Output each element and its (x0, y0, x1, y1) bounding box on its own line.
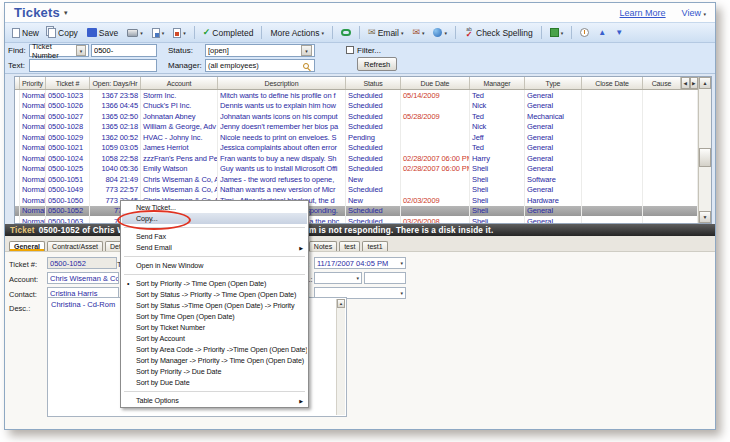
column-header[interactable]: Ticket # (46, 77, 90, 89)
scroll-down-icon[interactable]: ▼ (699, 211, 711, 223)
column-header[interactable]: Due Date (401, 77, 470, 89)
chevron-down-icon[interactable]: ▾ (301, 45, 312, 56)
context-menu-item[interactable]: Sort by Due Date (122, 377, 307, 388)
cell-type: Hardware (525, 195, 582, 206)
cell-manager: Jeff (470, 132, 525, 143)
find-input[interactable] (91, 44, 157, 57)
scrollbar-thumb[interactable] (699, 148, 711, 167)
save-button[interactable]: Save (84, 27, 121, 39)
context-menu-item[interactable]: Sort by Priority -> Due Date (122, 366, 307, 377)
context-menu-item[interactable] (122, 271, 307, 278)
table-row[interactable]: Normal 0500-1052 773 Chris Wiseman & Co,… (15, 206, 698, 217)
column-header[interactable]: Priority (20, 77, 46, 89)
ticket-number-field[interactable]: 0500-1052 (47, 257, 117, 269)
chevron-down-icon[interactable]: ▾ (400, 260, 403, 266)
move-up-button[interactable]: ▲ (595, 28, 609, 38)
table-row[interactable]: Normal 0500-1024 1058 22:58 zzzFran's Pe… (15, 153, 698, 164)
d-extra-field[interactable] (364, 272, 406, 284)
table-row[interactable]: Normal 0500-1027 1365 02:50 Johnatan Abn… (15, 111, 698, 122)
link-button[interactable] (338, 28, 354, 37)
context-menu-item[interactable] (122, 388, 307, 395)
vertical-scrollbar[interactable]: ▲ ▼ (698, 77, 711, 223)
context-menu-item[interactable]: Send Email ▶ (122, 242, 307, 253)
column-header[interactable]: Cause (643, 77, 681, 89)
context-menu-item[interactable]: Open in New Window (122, 260, 307, 271)
table-row[interactable]: Normal 0500-1026 1366 04:45 Chuck's PI I… (15, 101, 698, 112)
table-row[interactable]: Normal 0500-1023 1367 23:58 Storm Inc. M… (15, 90, 698, 101)
context-menu-item[interactable]: Sort by Status -> Priority -> Time Open … (122, 289, 307, 300)
learn-more-link[interactable]: Learn More (620, 8, 666, 18)
column-header[interactable]: Account (141, 77, 218, 89)
context-menu-item[interactable]: Sort by Ticket Number (122, 322, 307, 333)
chevron-down-icon: ▾ (140, 30, 143, 36)
view-button[interactable]: View ▾ (682, 8, 706, 18)
refresh-button[interactable]: Refresh (357, 57, 397, 71)
scroll-up-icon[interactable]: ▲ (337, 299, 345, 308)
scroll-up-icon[interactable]: ▲ (699, 77, 711, 89)
column-header[interactable]: Close Date (582, 77, 643, 89)
table-row[interactable]: Normal 0500-1025 1040 05:36 Emily Watson… (15, 164, 698, 175)
d-select[interactable]: ▾ (314, 272, 362, 284)
column-header[interactable]: Description (218, 77, 346, 89)
more-actions-button[interactable]: More Actions ▾ (267, 27, 327, 39)
scroll-left-icon[interactable]: ◀ (681, 77, 690, 89)
find-field-select[interactable]: Ticket Number▾ (29, 44, 89, 57)
timer-button[interactable] (577, 27, 592, 38)
detail-tab[interactable]: General (9, 241, 45, 251)
cell-close-date (582, 143, 643, 154)
detail-tab[interactable]: Notes (309, 241, 337, 251)
context-menu-item[interactable]: Sort by Account (122, 333, 307, 344)
find-input-field[interactable] (94, 46, 154, 55)
web-button[interactable]: ▾ (430, 27, 450, 38)
account-field[interactable]: Chris Wiseman & Co, (47, 272, 119, 284)
context-menu-item[interactable]: Send Fax (122, 231, 307, 242)
table-row[interactable]: Normal 0500-1028 1365 02:18 William & Ge… (15, 122, 698, 133)
open-date-select[interactable]: 11/17/2007 04:05 PM▾ (314, 257, 406, 269)
chevron-down-icon[interactable]: ▾ (356, 275, 359, 281)
move-down-button[interactable]: ▼ (612, 28, 626, 38)
detail-tab[interactable]: test (339, 241, 360, 251)
chevron-down-icon[interactable]: ▾ (76, 45, 86, 56)
context-menu-item[interactable]: Sort by Time Open (Open Date) (122, 311, 307, 322)
table-row[interactable]: Normal 0500-1021 1059 03:05 James Herrio… (15, 143, 698, 154)
context-menu-item[interactable] (122, 253, 307, 260)
context-menu-item[interactable]: Table Options ▶ (122, 395, 307, 406)
column-header[interactable]: Manager (470, 77, 525, 89)
print-preview-button[interactable]: ▾ (149, 27, 168, 39)
copy-button[interactable]: Copy (45, 27, 81, 39)
title-caret-icon[interactable]: ▾ (64, 9, 68, 17)
text-input-field[interactable] (32, 61, 154, 70)
textarea-scrollbar[interactable]: ▲ (336, 299, 345, 415)
manager-select[interactable]: (all employees) (205, 59, 315, 72)
context-menu-item[interactable]: Sort by Area Code -> Priority ->Time Ope… (122, 344, 307, 355)
check-spelling-button[interactable]: Check Spelling (461, 26, 536, 39)
table-row[interactable]: Normal 0500-1050 773 22:45 Chris Wiseman… (15, 195, 698, 206)
print-button[interactable]: ▾ (124, 28, 146, 38)
detail-tab[interactable]: Contract/Asset (47, 241, 103, 251)
completed-button[interactable]: ✓Completed (200, 27, 257, 39)
new-button[interactable]: New (9, 27, 42, 39)
email-button[interactable]: ✉Email ▾ (365, 27, 406, 39)
table-row[interactable]: Normal 0500-1051 804 21:49 Chris Wiseman… (15, 174, 698, 185)
search-icon[interactable] (303, 63, 309, 69)
filter-label[interactable]: Filter... (357, 46, 381, 55)
send-receive-button[interactable]: ✉▾ (409, 27, 427, 38)
export-excel-button[interactable]: ▾ (547, 27, 567, 38)
export-pdf-button[interactable]: ▾ (170, 27, 189, 39)
context-menu-item[interactable]: • Sort by Priority -> Time Open (Open Da… (122, 278, 307, 289)
status-select[interactable]: [open]▾ (205, 44, 315, 57)
column-header[interactable]: Type (525, 77, 582, 89)
text-input[interactable] (29, 59, 157, 72)
column-header[interactable]: Open: Days/Hr (90, 77, 141, 89)
table-row[interactable]: Normal 0500-1029 1362 00:52 HVAC - Johny… (15, 132, 698, 143)
filter-checkbox[interactable] (346, 46, 354, 54)
context-menu-item[interactable]: Sort by Status ->Time Open (Open Date) -… (122, 300, 307, 311)
table-row[interactable]: Normal 0500-1049 773 22:57 Chris Wiseman… (15, 185, 698, 196)
scroll-right-icon[interactable]: ▶ (690, 77, 699, 89)
chevron-down-icon[interactable]: ▾ (400, 290, 403, 296)
context-menu-item[interactable]: Sort by Manager -> Priority -> Time Open… (122, 355, 307, 366)
detail-tab[interactable]: test1 (362, 241, 387, 251)
save-disk-icon (87, 28, 97, 37)
description-label: Desc.: (9, 304, 30, 313)
column-header[interactable]: Status (346, 77, 401, 89)
